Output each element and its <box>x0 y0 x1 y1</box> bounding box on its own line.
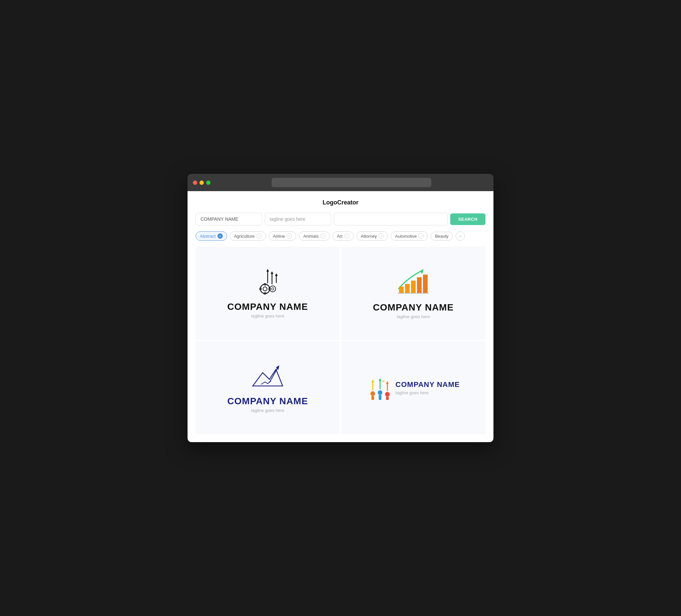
svg-rect-19 <box>423 275 428 293</box>
logo-3-icon <box>251 363 284 391</box>
maximize-button[interactable] <box>206 181 210 185</box>
filter-automotive[interactable]: Automotive ✓ <box>391 231 428 241</box>
svg-point-26 <box>378 390 382 395</box>
svg-marker-25 <box>372 379 374 382</box>
logo-2-tagline: tagline goes here <box>397 314 430 319</box>
svg-line-21 <box>269 367 278 383</box>
filter-automotive-label: Automotive <box>395 234 417 239</box>
svg-point-7 <box>263 287 267 291</box>
svg-point-13 <box>272 287 274 290</box>
filter-attorney[interactable]: Attorney ✓ <box>356 231 388 241</box>
filter-art-check-icon: ✓ <box>344 233 350 239</box>
svg-marker-28 <box>379 378 381 381</box>
filter-beauty[interactable]: Beauty <box>431 232 453 241</box>
logo-card-4[interactable]: ★ COMPANY NAME <box>341 341 485 434</box>
logo-4-icon: ★ <box>367 378 390 397</box>
logo-3-tagline: tagline goes here <box>251 408 284 413</box>
svg-rect-18 <box>417 277 422 293</box>
filter-airline[interactable]: Airline ✓ <box>269 231 296 241</box>
company-name-input[interactable] <box>196 213 262 225</box>
filter-art-label: Art <box>337 234 343 239</box>
minimize-button[interactable] <box>200 181 204 185</box>
svg-rect-35 <box>386 396 389 400</box>
browser-chrome <box>187 174 494 191</box>
filter-animals-label: Animals <box>303 234 319 239</box>
filter-abstract-label: Abstract <box>200 234 216 239</box>
filter-beauty-label: Beauty <box>435 234 448 239</box>
filter-agriculture-check-icon: ✓ <box>256 233 262 239</box>
logo-3-company-name: COMPANY NAME <box>227 396 308 407</box>
svg-marker-32 <box>386 381 389 384</box>
app-title: LogoCreator <box>196 199 485 206</box>
tagline-input[interactable] <box>265 213 331 225</box>
filter-next-button[interactable]: → <box>456 231 465 241</box>
filter-agriculture-label: Agriculture <box>234 234 255 239</box>
svg-rect-34 <box>379 395 381 400</box>
svg-point-6 <box>260 284 270 293</box>
filter-abstract[interactable]: Abstract ✓ <box>196 231 227 241</box>
filter-attorney-check-icon: ✓ <box>378 233 384 239</box>
svg-marker-3 <box>271 271 273 274</box>
svg-rect-16 <box>405 284 410 293</box>
logo-4-tagline: tagline goes here <box>395 390 459 395</box>
svg-marker-1 <box>266 269 269 272</box>
svg-point-30 <box>385 392 390 396</box>
svg-marker-14 <box>420 269 423 274</box>
filter-attorney-label: Attorney <box>361 234 377 239</box>
logo-4-inline: ★ COMPANY NAME <box>367 378 459 397</box>
app-content: LogoCreator SEARCH Abstract ✓ Agricultur… <box>187 191 494 442</box>
logo-1-icon <box>253 268 283 296</box>
filter-airline-label: Airline <box>273 234 285 239</box>
logo-card-3[interactable]: COMPANY NAME tagline goes here <box>196 341 340 434</box>
filter-abstract-check-icon: ✓ <box>218 233 223 239</box>
logo-1-tagline: tagline goes here <box>251 313 284 318</box>
logo-card-1[interactable]: COMPANY NAME tagline goes here <box>196 247 340 340</box>
filter-animals-check-icon: ✓ <box>320 233 326 239</box>
filter-art[interactable]: Art ✓ <box>332 231 354 241</box>
svg-rect-33 <box>372 396 374 400</box>
search-bar: SEARCH <box>196 213 485 225</box>
filter-animals[interactable]: Animals ✓ <box>299 231 330 241</box>
logo-card-2[interactable]: COMPANY NAME tagline goes here <box>341 247 485 340</box>
svg-text:★: ★ <box>382 379 385 383</box>
logo-2-company-name: COMPANY NAME <box>373 302 454 313</box>
svg-marker-5 <box>275 273 278 276</box>
svg-rect-15 <box>399 287 404 293</box>
filter-airline-check-icon: ✓ <box>287 233 292 239</box>
filter-automotive-check-icon: ✓ <box>418 233 424 239</box>
traffic-lights <box>193 181 210 185</box>
logo-1-company-name: COMPANY NAME <box>227 302 308 312</box>
logo-2-icon <box>395 267 432 297</box>
keyword-input[interactable] <box>334 213 448 225</box>
logo-4-text-block: COMPANY NAME tagline goes here <box>395 380 459 395</box>
browser-window: LogoCreator SEARCH Abstract ✓ Agricultur… <box>187 174 494 442</box>
search-button[interactable]: SEARCH <box>450 213 485 225</box>
filter-bar: Abstract ✓ Agriculture ✓ Airline ✓ Anima… <box>196 231 485 241</box>
logo-4-company-name: COMPANY NAME <box>395 380 459 389</box>
logo-grid: COMPANY NAME tagline goes here <box>196 247 485 434</box>
filter-agriculture[interactable]: Agriculture ✓ <box>230 231 266 241</box>
svg-point-23 <box>371 391 375 396</box>
close-button[interactable] <box>193 181 197 185</box>
address-bar[interactable] <box>272 178 431 187</box>
svg-rect-17 <box>411 281 415 293</box>
